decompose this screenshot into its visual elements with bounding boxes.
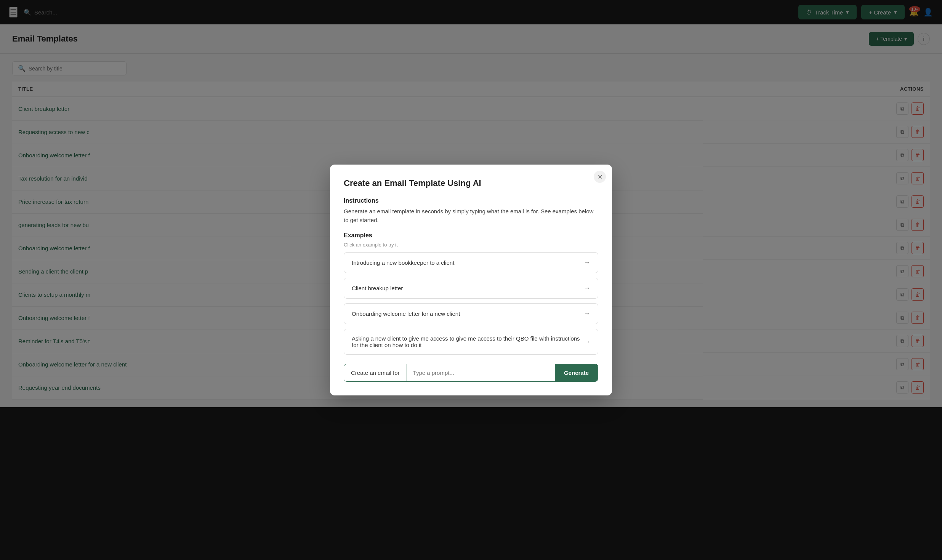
arrow-icon: → xyxy=(583,338,590,346)
example-text: Client breakup letter xyxy=(352,285,403,291)
modal-close-button[interactable]: ✕ xyxy=(594,171,606,183)
generate-button[interactable]: Generate xyxy=(555,364,598,381)
modal-overlay[interactable]: ✕ Create an Email Template Using AI Inst… xyxy=(0,0,942,560)
example-item[interactable]: Onboarding welcome letter for a new clie… xyxy=(344,303,598,324)
example-text: Introducing a new bookkeeper to a client xyxy=(352,259,454,266)
example-item[interactable]: Client breakup letter → xyxy=(344,278,598,299)
example-text: Onboarding welcome letter for a new clie… xyxy=(352,310,460,317)
examples-list: Introducing a new bookkeeper to a client… xyxy=(344,252,598,355)
prompt-input[interactable] xyxy=(407,364,555,381)
create-email-label: Create an email for xyxy=(344,364,407,381)
modal-title: Create an Email Template Using AI xyxy=(344,178,598,188)
arrow-icon: → xyxy=(583,284,590,292)
arrow-icon: → xyxy=(583,310,590,318)
examples-heading: Examples xyxy=(344,232,598,239)
ai-email-template-modal: ✕ Create an Email Template Using AI Inst… xyxy=(330,165,612,395)
example-text: Asking a new client to give me access to… xyxy=(352,335,583,348)
example-item[interactable]: Asking a new client to give me access to… xyxy=(344,329,598,355)
examples-section: Examples Click an example to try it Intr… xyxy=(344,232,598,355)
instructions-heading: Instructions xyxy=(344,197,598,204)
examples-subtitle: Click an example to try it xyxy=(344,242,598,248)
arrow-icon: → xyxy=(583,259,590,267)
example-item[interactable]: Introducing a new bookkeeper to a client… xyxy=(344,252,598,273)
instructions-section: Instructions Generate an email template … xyxy=(344,197,598,224)
modal-footer: Create an email for Generate xyxy=(344,364,598,382)
instructions-text: Generate an email template in seconds by… xyxy=(344,207,598,224)
